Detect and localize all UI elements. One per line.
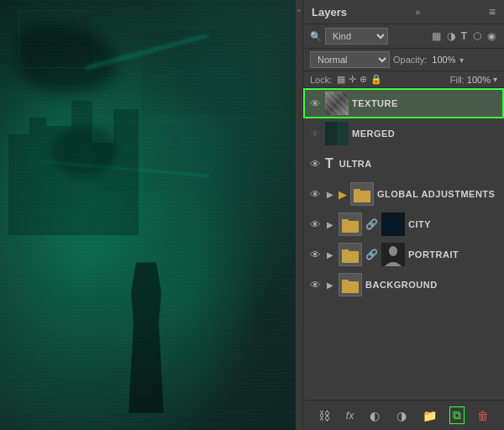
svg-rect-15 <box>354 189 360 192</box>
svg-rect-24 <box>342 280 349 283</box>
eye-icon-global[interactable]: 👁 <box>308 188 322 201</box>
fill-label: Fill: <box>450 75 465 85</box>
blend-mode-dropdown[interactable]: Normal <box>310 51 390 68</box>
svg-rect-10 <box>88 143 118 235</box>
fill-value: 100% <box>467 75 491 85</box>
panel-menu-button[interactable]: ≡ <box>489 5 496 18</box>
expand-icon-background[interactable]: ▶ <box>325 281 335 290</box>
layer-item-global-adjustments[interactable]: 👁 ▶ ▶ GLOBAL ADJUSTMENTS <box>303 179 504 209</box>
svg-rect-11 <box>113 109 139 235</box>
layer-item-portrait[interactable]: 👁 ▶ 🔗 PORTRAIT <box>303 239 504 270</box>
panel-title: Layers <box>312 6 347 18</box>
eye-icon-ultra[interactable]: 👁 <box>308 158 322 170</box>
chain-icon-portrait: 🔗 <box>365 249 378 260</box>
lock-label: Lock: <box>310 75 332 85</box>
layer-thumb-city <box>381 212 405 236</box>
text-type-icon: T <box>325 156 333 171</box>
adjustment-icon[interactable]: ◑ <box>393 407 410 424</box>
delete-layer-icon[interactable]: 🗑 <box>474 407 492 424</box>
svg-rect-8 <box>42 126 76 235</box>
search-icon: 🔍 <box>310 31 322 42</box>
add-mask-icon[interactable]: ◐ <box>366 407 383 424</box>
link-layers-icon[interactable]: ⛓ <box>315 407 333 424</box>
svg-line-3 <box>47 247 265 256</box>
eye-icon-background[interactable]: 👁 <box>308 279 322 291</box>
layer-item-texture[interactable]: 👁 TEXTURE <box>303 88 504 118</box>
layer-item-ultra[interactable]: 👁 T ULTRA <box>303 149 504 179</box>
eye-icon-portrait[interactable]: 👁 <box>308 249 322 261</box>
eye-icon-city[interactable]: 👁 <box>308 218 322 231</box>
svg-rect-0 <box>19 11 95 68</box>
fx-button[interactable]: fx <box>343 408 357 423</box>
filter-row: 🔍 Kind ▦ ◑ T ⬡ ◉ <box>303 24 504 49</box>
layer-name-portrait: PORTRAIT <box>408 249 499 260</box>
collapse-bar[interactable]: » <box>296 0 302 430</box>
svg-rect-23 <box>342 281 359 293</box>
layer-thumb-texture <box>325 92 349 115</box>
folder-icon-global: ▶ <box>339 188 347 201</box>
lock-position-icon[interactable]: ✛ <box>349 74 356 85</box>
pixel-filter-icon[interactable]: ▦ <box>430 29 443 43</box>
layers-list: 👁 TEXTURE 👁 MERGED 👁 T ULTRA 👁 ▶ <box>303 88 504 400</box>
lock-artboard-icon[interactable]: ⊕ <box>360 74 367 85</box>
layer-thumb-background <box>339 273 362 296</box>
layer-name-city: CITY <box>408 219 499 229</box>
layer-name-global: GLOBAL ADJUSTMENTS <box>377 189 499 199</box>
blend-mode-row: Normal Opacity: 100% ▾ <box>303 49 504 71</box>
svg-rect-19 <box>342 251 359 263</box>
layer-thumb-portrait-folder <box>339 243 362 266</box>
svg-rect-20 <box>342 249 349 253</box>
layer-name-merged: MERGED <box>352 128 499 139</box>
layer-thumb-portrait <box>381 243 405 266</box>
opacity-dropdown-icon[interactable]: ▾ <box>459 55 464 65</box>
new-layer-icon[interactable]: ⧉ <box>449 406 465 424</box>
opacity-label: Opacity: <box>393 55 427 65</box>
lock-icons: ▦ ✛ ⊕ 🔒 <box>337 74 382 85</box>
fill-dropdown-icon[interactable]: ▾ <box>493 75 497 84</box>
lock-all-icon[interactable]: 🔒 <box>370 74 382 85</box>
expand-icon-city[interactable]: ▶ <box>325 220 335 229</box>
layer-name-ultra: ULTRA <box>339 159 499 169</box>
filter-dropdown[interactable]: Kind <box>325 28 388 45</box>
eye-icon-merged[interactable]: 👁 <box>308 128 322 140</box>
layers-panel: Layers » ≡ 🔍 Kind ▦ ◑ T ⬡ ◉ Normal Opaci… <box>302 0 504 430</box>
svg-point-22 <box>389 246 397 256</box>
folder-group-icon[interactable]: 📁 <box>419 407 440 424</box>
chain-icon-city: 🔗 <box>365 218 378 230</box>
svg-rect-16 <box>342 221 359 233</box>
layer-thumb-city-folder <box>339 212 362 236</box>
layer-thumb-merged <box>325 122 349 145</box>
layer-name-background: BACKGROUND <box>365 280 499 290</box>
svg-rect-17 <box>342 219 349 223</box>
expand-icon-global[interactable]: ▶ <box>325 190 335 199</box>
opacity-value: 100% <box>432 55 455 65</box>
panel-header: Layers » ≡ <box>303 0 504 24</box>
adjust-filter-icon[interactable]: ◑ <box>445 29 457 43</box>
layer-item-merged[interactable]: 👁 MERGED <box>303 118 504 149</box>
layer-thumb-global <box>350 182 374 206</box>
svg-rect-13 <box>325 122 337 145</box>
lock-row: Lock: ▦ ✛ ⊕ 🔒 Fill: 100% ▾ <box>303 71 504 88</box>
fill-section: Fill: 100% ▾ <box>450 75 497 85</box>
svg-rect-14 <box>354 191 370 202</box>
layer-item-city[interactable]: 👁 ▶ 🔗 CITY <box>303 209 504 239</box>
type-filter-icon[interactable]: T <box>459 29 469 43</box>
canvas-area: » <box>0 0 302 430</box>
filter-icons: ▦ ◑ T ⬡ ◉ <box>391 29 497 43</box>
eye-icon-texture[interactable]: 👁 <box>308 97 322 110</box>
smartobj-filter-icon[interactable]: ◉ <box>486 29 497 43</box>
panel-collapse-icon[interactable]: » <box>416 8 421 17</box>
layer-item-background[interactable]: 👁 ▶ BACKGROUND <box>303 270 504 300</box>
layer-name-texture: TEXTURE <box>352 98 499 108</box>
lock-pixels-icon[interactable]: ▦ <box>337 74 345 85</box>
panel-toolbar: ⛓ fx ◐ ◑ 📁 ⧉ 🗑 <box>303 400 504 430</box>
expand-icon-portrait[interactable]: ▶ <box>325 250 335 260</box>
shape-filter-icon[interactable]: ⬡ <box>471 29 483 43</box>
